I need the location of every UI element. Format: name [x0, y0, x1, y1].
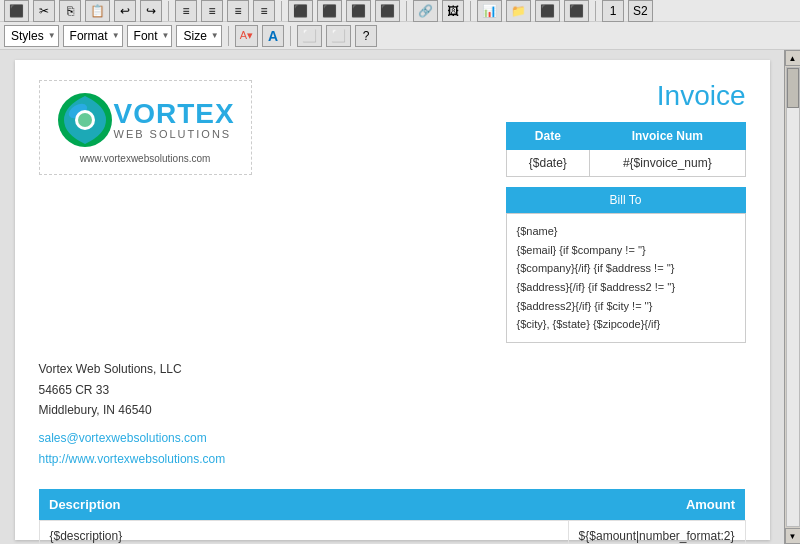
format-dropdown[interactable]: Format ▼: [63, 25, 123, 47]
help-button[interactable]: ?: [355, 25, 377, 47]
toolbar-icon-15[interactable]: 🔗: [413, 0, 438, 22]
logo-url-text: www.vortexwebsolutions.com: [56, 153, 235, 164]
format-arrow-icon: ▼: [112, 31, 120, 40]
source-button[interactable]: ⬜: [326, 25, 351, 47]
bill-to-line6: {$city}, {$state} {$zipcode}{/if}: [517, 315, 735, 334]
invoice-right: Invoice Date Invoice Num {$date} #{$invo…: [506, 80, 746, 343]
font-color-icon: A▾: [240, 29, 253, 42]
toolbar-icon-5[interactable]: ↩: [114, 0, 136, 22]
toolbar-icon-8[interactable]: ≡: [201, 0, 223, 22]
company-info: Vortex Web Solutions, LLC 54665 CR 33 Mi…: [39, 359, 746, 469]
date-header: Date: [506, 123, 590, 150]
toolbar-icon-1[interactable]: ⬛: [4, 0, 29, 22]
scroll-area: VORTEX WEB SOLUTIONS www.vortexwebsoluti…: [0, 50, 784, 544]
invoice-page: VORTEX WEB SOLUTIONS www.vortexwebsoluti…: [15, 60, 770, 540]
styles-arrow-icon: ▼: [48, 31, 56, 40]
bill-to-header: Bill To: [506, 187, 746, 213]
vertical-scrollbar[interactable]: ▲ ▼: [784, 50, 800, 544]
scroll-down-button[interactable]: ▼: [785, 528, 801, 544]
font-color-button[interactable]: A▾: [235, 25, 258, 47]
toolbar-icon-20[interactable]: ⬛: [564, 0, 589, 22]
toolbar-icon-16[interactable]: 🖼: [442, 0, 464, 22]
company-address1: 54665 CR 33: [39, 380, 746, 400]
toolbar-icon-2[interactable]: ✂: [33, 0, 55, 22]
icon-toolbar: ⬛ ✂ ⎘ 📋 ↩ ↪ ≡ ≡ ≡ ≡ ⬛ ⬛ ⬛ ⬛ 🔗 🖼 📊 📁 ⬛ ⬛ …: [0, 0, 800, 22]
toolbar-sep-1: [168, 1, 169, 21]
bill-to-line2: {$email} {if $company != ''}: [517, 241, 735, 260]
toolbar-icon-21[interactable]: 1: [602, 0, 624, 22]
bill-to-body: {$name} {$email} {if $company != ''} {$c…: [506, 213, 746, 343]
bill-to-line1: {$name}: [517, 222, 735, 241]
size-label: Size: [183, 29, 206, 43]
size-dropdown[interactable]: Size ▼: [176, 25, 221, 47]
invoice-header: VORTEX WEB SOLUTIONS www.vortexwebsoluti…: [39, 80, 746, 343]
toolbar-sep-2: [281, 1, 282, 21]
logo-vortex-text: VORTEX: [114, 100, 235, 128]
table-row: {$description} ${$amount|number_format:2…: [39, 521, 745, 544]
font-dropdown[interactable]: Font ▼: [127, 25, 173, 47]
date-invoice-table: Date Invoice Num {$date} #{$invoice_num}: [506, 122, 746, 177]
toolbar-icon-13[interactable]: ⬛: [346, 0, 371, 22]
items-section: Description Amount {$description} ${$amo…: [39, 489, 746, 544]
toolbar-icon-18[interactable]: 📁: [506, 0, 531, 22]
format-toolbar: Styles ▼ Format ▼ Font ▼ Size ▼ A▾ A ⬜ ⬜…: [0, 22, 800, 50]
toolbar-icon-17[interactable]: 📊: [477, 0, 502, 22]
company-email: sales@vortexwebsolutions.com: [39, 431, 207, 445]
company-city: Middlebury, IN 46540: [39, 400, 746, 420]
toolbar-sep-5: [595, 1, 596, 21]
size-arrow-icon: ▼: [211, 31, 219, 40]
company-email-line: sales@vortexwebsolutions.com: [39, 428, 746, 448]
toolbar-icon-6[interactable]: ↪: [140, 0, 162, 22]
company-web: http://www.vortexwebsolutions.com: [39, 452, 226, 466]
toolbar-sep-6: [228, 26, 229, 46]
font-label: Font: [134, 29, 158, 43]
toolbar-sep-3: [406, 1, 407, 21]
show-blocks-button[interactable]: ⬜: [297, 25, 322, 47]
desc-value: {$description}: [39, 521, 568, 544]
amount-header: Amount: [568, 489, 745, 521]
svg-point-3: [78, 113, 92, 127]
show-blocks-icon: ⬜: [302, 29, 317, 43]
help-icon: ?: [363, 29, 370, 43]
amount-value: ${$amount|number_format:2}: [568, 521, 745, 544]
content-area: VORTEX WEB SOLUTIONS www.vortexwebsoluti…: [0, 50, 800, 544]
highlight-icon: A: [268, 28, 278, 44]
source-icon: ⬜: [331, 29, 346, 43]
date-value: {$date}: [506, 150, 590, 177]
toolbar-icon-9[interactable]: ≡: [227, 0, 249, 22]
company-web-line: http://www.vortexwebsolutions.com: [39, 449, 746, 469]
format-label: Format: [70, 29, 108, 43]
styles-label: Styles: [11, 29, 44, 43]
toolbar-sep-7: [290, 26, 291, 46]
toolbar-icon-14[interactable]: ⬛: [375, 0, 400, 22]
toolbar-icon-22[interactable]: S2: [628, 0, 653, 22]
toolbar-icon-7[interactable]: ≡: [175, 0, 197, 22]
desc-header: Description: [39, 489, 568, 521]
highlight-button[interactable]: A: [262, 25, 284, 47]
font-arrow-icon: ▼: [162, 31, 170, 40]
toolbar-icon-10[interactable]: ≡: [253, 0, 275, 22]
toolbar-icon-19[interactable]: ⬛: [535, 0, 560, 22]
scroll-up-button[interactable]: ▲: [785, 50, 801, 66]
toolbar-icon-3[interactable]: ⎘: [59, 0, 81, 22]
logo-web-solutions-text: WEB SOLUTIONS: [114, 128, 235, 140]
bill-to-line4: {$address}{/if} {if $address2 != ''}: [517, 278, 735, 297]
toolbar-icon-11[interactable]: ⬛: [288, 0, 313, 22]
scroll-track[interactable]: [786, 67, 800, 527]
bill-to-section: Bill To {$name} {$email} {if $company !=…: [506, 187, 746, 343]
logo-area: VORTEX WEB SOLUTIONS www.vortexwebsoluti…: [39, 80, 252, 175]
company-name: Vortex Web Solutions, LLC: [39, 359, 746, 379]
styles-dropdown[interactable]: Styles ▼: [4, 25, 59, 47]
invoice-num-header: Invoice Num: [590, 123, 745, 150]
invoice-title: Invoice: [506, 80, 746, 112]
bill-to-line5: {$address2}{/if} {if $city != ''}: [517, 297, 735, 316]
toolbar-icon-4[interactable]: 📋: [85, 0, 110, 22]
bill-to-line3: {$company}{/if} {if $address != ''}: [517, 259, 735, 278]
items-table: Description Amount {$description} ${$amo…: [39, 489, 746, 544]
logo-text: VORTEX WEB SOLUTIONS: [114, 100, 235, 140]
toolbar-icon-12[interactable]: ⬛: [317, 0, 342, 22]
vortex-logo-svg: [56, 91, 114, 149]
toolbar-sep-4: [470, 1, 471, 21]
scroll-thumb[interactable]: [787, 68, 799, 108]
invoice-num-value: #{$invoice_num}: [590, 150, 745, 177]
